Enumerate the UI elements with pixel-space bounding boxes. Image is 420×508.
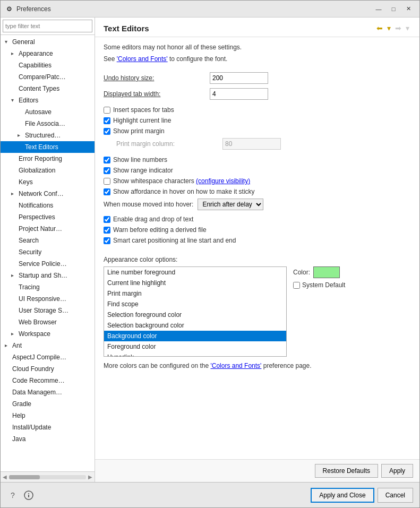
configure-visibility-link[interactable]: (configure visibility) <box>196 177 250 185</box>
sidebar-item-service-policies[interactable]: Service Policie… <box>1 258 95 270</box>
color-item-hyperlink[interactable]: Hyperlink <box>104 352 286 357</box>
warn-editing-checkbox[interactable] <box>104 227 110 234</box>
color-item-foreground[interactable]: Foreground color <box>104 341 286 352</box>
window-title: Preferences <box>16 5 372 13</box>
show-whitespace-checkbox[interactable] <box>104 178 110 185</box>
system-default-checkbox[interactable] <box>293 282 300 289</box>
show-whitespace-label: Show whitespace characters (configure vi… <box>113 177 250 185</box>
sidebar-item-data-manage[interactable]: Data Managem… <box>1 386 95 398</box>
info-icon[interactable] <box>23 489 35 501</box>
sidebar-item-startup[interactable]: ▸Startup and Sh… <box>1 270 95 281</box>
color-swatch[interactable] <box>313 266 340 278</box>
highlight-line-row: Highlight current line <box>104 117 411 124</box>
color-item-selection-fg[interactable]: Selection foreground color <box>104 309 286 320</box>
insert-spaces-checkbox[interactable] <box>104 107 110 114</box>
color-item-background[interactable]: Background color <box>104 331 286 341</box>
sidebar-item-cloud-foundry[interactable]: Cloud Foundry <box>1 363 95 375</box>
sidebar-item-web-browser[interactable]: Web Browser <box>1 316 95 328</box>
back-dropdown-button[interactable]: ▾ <box>385 23 392 33</box>
sidebar-item-appearance[interactable]: ▸Appearance <box>1 48 95 59</box>
sidebar-item-file-assoc[interactable]: File Associa… <box>1 118 95 130</box>
sidebar-item-aspectj[interactable]: AspectJ Compile… <box>1 351 95 363</box>
expand-arrow <box>18 119 24 128</box>
highlight-line-checkbox[interactable] <box>104 117 110 124</box>
close-button[interactable]: ✕ <box>401 3 415 15</box>
back-button[interactable]: ⬅ <box>375 23 384 33</box>
tree-area: ▾General ▸Appearance Capabilities Compar… <box>1 35 95 471</box>
show-affordance-checkbox[interactable] <box>104 188 110 195</box>
color-item-line-num-fg[interactable]: Line number foreground <box>104 267 286 278</box>
restore-defaults-button[interactable]: Restore Defaults <box>315 464 378 478</box>
sidebar-item-perspectives[interactable]: Perspectives <box>1 211 95 223</box>
sidebar-item-capabilities[interactable]: Capabilities <box>1 59 95 71</box>
sidebar-item-autosave[interactable]: Autosave <box>1 106 95 118</box>
forward-dropdown-button[interactable]: ▾ <box>404 23 411 33</box>
show-print-margin-checkbox[interactable] <box>104 128 110 135</box>
expand-arrow <box>5 411 11 420</box>
expand-arrow <box>5 434 11 444</box>
expand-arrow: ▸ <box>11 329 18 339</box>
insert-spaces-label: Insert spaces for tabs <box>113 106 174 114</box>
sidebar-item-workspace[interactable]: ▸Workspace <box>1 328 95 340</box>
print-margin-col-row: Print margin column: <box>104 138 411 150</box>
sidebar-item-gradle[interactable]: Gradle <box>1 398 95 410</box>
color-item-print-margin[interactable]: Print margin <box>104 288 286 299</box>
sidebar-item-network-conf[interactable]: ▸Network Conf… <box>1 188 95 200</box>
print-margin-col-input[interactable] <box>222 138 281 150</box>
expand-arrow <box>11 201 18 210</box>
undo-history-row: Undo history size: <box>104 72 411 84</box>
colors-fonts-link[interactable]: 'Colors and Fonts' <box>117 55 168 63</box>
sidebar-item-user-storage[interactable]: User Storage S… <box>1 305 95 316</box>
sidebar-item-keys[interactable]: Keys <box>1 176 95 188</box>
sidebar-item-help[interactable]: Help <box>1 410 95 421</box>
expand-arrow <box>18 107 24 117</box>
sidebar-item-general[interactable]: ▾General <box>1 36 95 48</box>
sidebar-item-text-editors[interactable]: Text Editors <box>1 141 95 153</box>
expand-arrow <box>5 388 11 397</box>
sidebar-scrollbar[interactable]: ◀ ▶ <box>1 471 95 482</box>
smart-caret-checkbox[interactable] <box>104 237 110 244</box>
color-item-selection-bg[interactable]: Selection background color <box>104 320 286 331</box>
apply-and-close-button[interactable]: Apply and Close <box>311 488 374 503</box>
sidebar-item-notifications[interactable]: Notifications <box>1 200 95 211</box>
sidebar-item-search[interactable]: Search <box>1 235 95 246</box>
sidebar-item-ant[interactable]: ▸Ant <box>1 340 95 351</box>
sidebar-item-error-reporting[interactable]: Error Reporting <box>1 153 95 165</box>
expand-arrow <box>5 376 11 385</box>
maximize-button[interactable]: □ <box>387 3 400 15</box>
content-footer: Restore Defaults Apply <box>95 459 419 482</box>
sidebar-item-project-natures[interactable]: Project Natur… <box>1 223 95 235</box>
sidebar-item-compare[interactable]: Compare/Patc… <box>1 71 95 83</box>
sidebar-item-ui-responsive[interactable]: UI Responsive… <box>1 293 95 305</box>
smart-caret-label: Smart caret positioning at line start an… <box>113 237 236 244</box>
expand-arrow <box>5 423 11 432</box>
hover-select[interactable]: Enrich after delay Always enrich Never e… <box>198 199 263 210</box>
tab-width-input[interactable] <box>210 88 268 100</box>
sidebar-item-editors[interactable]: ▾Editors <box>1 94 95 106</box>
color-item-current-line[interactable]: Current line highlight <box>104 278 286 288</box>
show-line-numbers-checkbox[interactable] <box>104 157 110 163</box>
undo-history-input[interactable] <box>210 72 268 84</box>
apply-button[interactable]: Apply <box>381 464 413 478</box>
sidebar-item-globalization[interactable]: Globalization <box>1 165 95 176</box>
show-range-indicator-checkbox[interactable] <box>104 167 110 174</box>
enable-drag-drop-checkbox[interactable] <box>104 216 110 223</box>
minimize-button[interactable]: ― <box>372 3 385 15</box>
sidebar-item-tracing[interactable]: Tracing <box>1 281 95 293</box>
sidebar-item-content-types[interactable]: Content Types <box>1 83 95 94</box>
sidebar-item-structured[interactable]: ▸Structured… <box>1 130 95 141</box>
sidebar-item-security[interactable]: Security <box>1 246 95 258</box>
show-line-numbers-row: Show line numbers <box>104 156 411 163</box>
content-body: Some editors may not honor all of these … <box>95 37 419 459</box>
sidebar-item-install-update[interactable]: Install/Update <box>1 421 95 433</box>
sidebar-item-java[interactable]: Java <box>1 433 95 445</box>
more-colors-link[interactable]: 'Colors and Fonts' <box>210 362 261 369</box>
cancel-button[interactable]: Cancel <box>378 488 413 503</box>
sidebar-item-code-recomme[interactable]: Code Recomme… <box>1 375 95 386</box>
forward-button[interactable]: ➡ <box>393 23 403 33</box>
color-item-find-scope[interactable]: Find scope <box>104 299 286 309</box>
search-input[interactable] <box>3 20 92 32</box>
expand-arrow <box>11 166 18 175</box>
help-icon[interactable]: ? <box>7 489 19 501</box>
bottom-left-icons: ? <box>7 489 35 501</box>
